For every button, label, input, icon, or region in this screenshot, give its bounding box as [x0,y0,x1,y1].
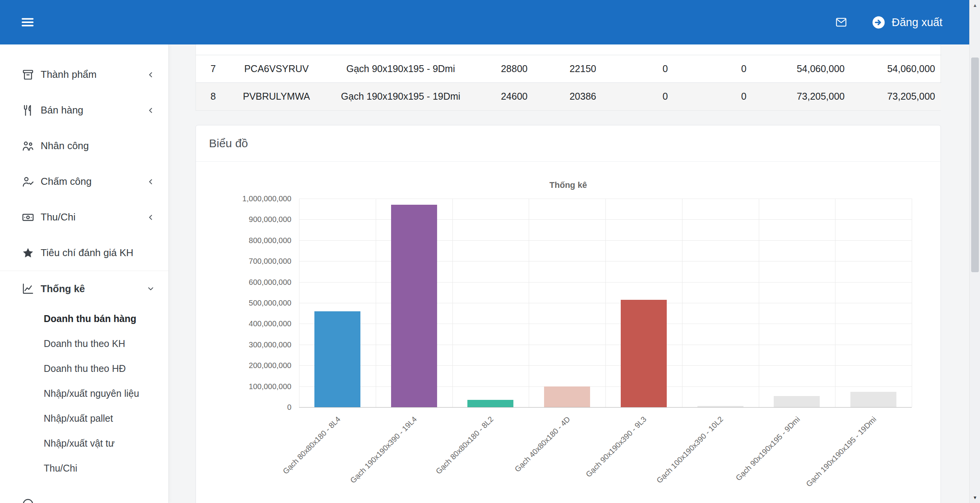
messages-button[interactable] [834,16,848,28]
gridline-v [529,199,529,407]
sidebar-subitem-doanh-thu-theo-hd[interactable]: Doanh thu theo HĐ [0,356,168,381]
bar-gach-90x190x390-9l3[interactable] [621,300,667,407]
x-axis-category-label: Gạch 90x190x390 - 9L3 [584,415,648,479]
chart-line-icon [21,282,35,295]
user-check-icon [21,175,35,188]
chevron-left-icon [146,70,155,79]
logout-label: Đăng xuất [892,16,942,29]
gridline-v [759,199,759,407]
sidebar-item-label: Thống kê [41,283,146,295]
table-cell: 0 [602,55,674,83]
chevron-down-icon [146,284,155,293]
sidebar-subitem-label: Nhập/xuất nguyên liệu [44,388,139,399]
gridline-v [682,199,682,407]
y-axis-tick-label: 1,000,000,000 [197,194,291,203]
x-axis-category-label: Gạch 80x80x180 - 8L4 [281,415,342,476]
table-cell: 22150 [534,55,602,83]
table-cell: 0 [602,83,674,110]
logout-button[interactable]: Đăng xuất [871,15,942,30]
chart-card-body: Thống kê 1,000,000,000900,000,000800,000… [196,162,941,503]
star-icon [21,247,35,260]
scroll-up-button[interactable]: ▲ [970,0,980,11]
table-cell: 73,205,000 [753,83,851,110]
sidebar-item-label: Thu/Chi [41,211,146,223]
revenue-table-card: 7PCA6VSYRUVGạch 90x190x195 - 9Dmi2880022… [196,44,941,111]
table-cell: 73,205,000 [851,83,941,110]
sidebar-item-ban-hang[interactable]: Bán hàng [0,92,168,128]
box-icon [21,68,35,81]
y-axis-tick-label: 400,000,000 [197,319,291,328]
table-cell: 54,060,000 [753,55,851,83]
chart-card: Biểu đồ Thống kê 1,000,000,000900,000,00… [196,125,941,503]
table-cell: 24600 [479,83,534,110]
sidebar-item-label: Bán hàng [41,104,146,116]
table-cell: Gạch 190x190x195 - 19Dmi [322,83,479,110]
menu-icon [20,15,35,29]
table-cell: PCA6VSYRUV [230,55,322,83]
scrollbar-thumb[interactable] [971,58,979,272]
sidebar-item-tieu-chi-danh-gia-kh[interactable]: Tiêu chí đánh giá KH [0,235,168,271]
scroll-down-button[interactable]: ▼ [970,492,980,503]
chart-card-title: Biểu đồ [209,137,248,150]
sidebar-subitem-label: Doanh thu theo HĐ [44,363,126,374]
envelope-icon [834,16,848,28]
y-axis-tick-label: 800,000,000 [197,236,291,245]
y-axis-tick-label: 300,000,000 [197,340,291,349]
sidebar-subitem-label: Thu/Chi [44,463,77,474]
sidebar-item-nhan-cong[interactable]: Nhân công [0,128,168,164]
table-cell: 20386 [534,83,602,110]
utensils-icon [21,104,35,117]
table-cell: 0 [674,55,753,83]
y-axis-tick-label: 100,000,000 [197,382,291,391]
y-axis-tick-label: 700,000,000 [197,256,291,266]
sidebar-subitem-nhap-xuat-nguyen-lieu[interactable]: Nhập/xuất nguyên liệu [0,381,168,406]
sidebar-subitem-nhap-xuat-vat-tu[interactable]: Nhập/xuất vật tư [0,431,168,456]
bar-gach-80x80x180-8l2[interactable] [467,400,513,407]
sidebar-item-thong-ke[interactable]: Thống kê [0,271,168,306]
sidebar-subitem-label: Nhập/xuất vật tư [44,438,115,449]
x-axis-category-label: Gạch 100x190x390 - 10L2 [655,415,725,485]
table-cell: 54,060,000 [851,55,941,83]
table-cell: 28800 [479,55,534,83]
y-axis-tick-label: 900,000,000 [197,215,291,224]
sidebar-subitem-nhap-xuat-pallet[interactable]: Nhập/xuất pallet [0,406,168,431]
table-row: 7PCA6VSYRUVGạch 90x190x195 - 9Dmi2880022… [196,55,941,83]
table-cell: 8 [196,83,230,110]
sidebar: Thành phẩmBán hàngNhân côngChấm côngThu/… [0,44,169,503]
gridline-v [912,199,912,407]
sidebar-subitem-thu-chi[interactable]: Thu/Chi [0,456,168,481]
bar-gach-90x190x195-9dmi[interactable] [774,396,820,407]
gridline-v [835,199,835,407]
sidebar-subitem-label: Doanh thu bán hàng [44,313,136,324]
chevron-left-icon [146,106,155,115]
topbar-right: Đăng xuất [834,15,969,30]
sidebar-item-label: Chấm công [41,176,146,187]
table-cell: 7 [196,55,230,83]
gridline-v [376,199,376,407]
vertical-scrollbar[interactable]: ▲ ▼ [969,0,980,503]
table-row: 8PVBRULYMWAGạch 190x190x195 - 19Dmi24600… [196,83,941,110]
bar-gach-190x190x390-19l4[interactable] [391,205,437,407]
table-cell: PVBRULYMWA [230,83,322,110]
sidebar-subitem-label: Nhập/xuất pallet [44,413,113,424]
bar-gach-80x80x180-8l4[interactable] [314,311,360,407]
sidebar-toggle-button[interactable] [20,15,37,30]
sidebar-item-thu-chi[interactable]: Thu/Chi [0,199,168,235]
x-axis-category-label: Gạch 90x190x195 - 9Dmi [734,415,802,483]
sidebar-item-thanh-pham[interactable]: Thành phẩm [0,57,168,92]
sidebar-subitem-doanh-thu-ban-hang[interactable]: Doanh thu bán hàng [0,306,168,331]
bar-gach-190x190x195-19dmi[interactable] [850,392,896,407]
chart-card-header: Biểu đồ [196,125,941,162]
chevron-left-icon [146,213,155,222]
y-axis-tick-label: 500,000,000 [197,298,291,307]
x-axis-category-label: Gạch 40x80x180 - 4D [513,415,572,474]
x-axis-category-label: Gạch 190x190x390 - 19L4 [349,415,419,485]
bar-gach-40x80x180-4d[interactable] [544,386,590,407]
sidebar-menu: Thành phẩmBán hàngNhân côngChấm côngThu/… [0,44,168,503]
chart-plot-area: 1,000,000,000900,000,000800,000,000700,0… [299,199,912,407]
sidebar-item-partial[interactable] [0,486,168,503]
money-icon [21,211,35,224]
sidebar-subitem-doanh-thu-theo-kh[interactable]: Doanh thu theo KH [0,331,168,356]
sidebar-item-cham-cong[interactable]: Chấm công [0,164,168,199]
bar-gach-100x190x390-10l2[interactable] [697,406,743,407]
